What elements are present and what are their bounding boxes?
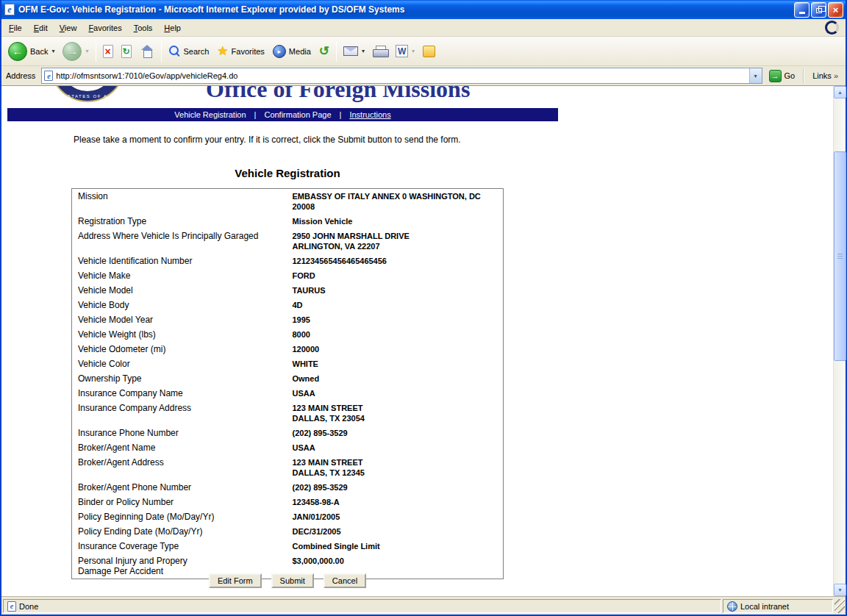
links-label: Links [812, 71, 832, 80]
field-value: Owned [293, 371, 504, 386]
history-button[interactable]: ↺ [315, 43, 333, 60]
menu-view[interactable]: View [54, 20, 83, 35]
confirm-message: Please take a moment to confirm your ent… [74, 135, 461, 145]
address-field[interactable]: e ▾ [41, 68, 762, 84]
page-nav-bar: Vehicle Registration | Confirmation Page… [7, 108, 558, 121]
toolbar-separator [161, 41, 162, 62]
nav-separator: | [254, 110, 257, 119]
media-icon: ▸ [273, 45, 286, 58]
edit-with-word-button[interactable]: W ▾ [392, 43, 418, 60]
field-value: USAA [293, 386, 504, 401]
word-icon: W [396, 45, 408, 57]
menu-bar: File Edit View Favorites Tools Help [1, 19, 846, 37]
menu-file[interactable]: File [3, 20, 28, 35]
favorites-label: Favorites [232, 47, 265, 56]
field-label: Binder or Policy Number [72, 495, 293, 509]
print-icon [373, 46, 387, 57]
field-label: Vehicle Weight (lbs) [72, 327, 293, 342]
history-icon: ↺ [319, 45, 329, 57]
field-row: Vehicle Model TAURUS [72, 283, 504, 298]
submit-button[interactable]: Submit [271, 573, 314, 588]
forward-button[interactable]: → ▾ [59, 40, 92, 63]
field-value: Combined Single Limit [293, 539, 504, 554]
field-row: Insurance Company Address 123 MAIN STREE… [72, 401, 504, 426]
status-panel: e Done [3, 599, 721, 613]
print-button[interactable] [369, 43, 391, 59]
edit-form-button[interactable]: Edit Form [209, 573, 262, 588]
field-label: Broker/Agent Address [72, 455, 293, 480]
field-row: Insurance Coverage Type Combined Single … [72, 539, 504, 554]
scrollbar-thumb[interactable] [834, 151, 846, 361]
seal-text: STATES OF A [51, 94, 124, 99]
field-value: TAURUS [293, 283, 504, 298]
field-row: Ownership Type Owned [72, 371, 504, 386]
field-label: Policy Beginning Date (Mo/Day/Yr) [72, 509, 293, 524]
field-value: 4D [293, 298, 504, 312]
search-button[interactable]: Search [165, 43, 213, 60]
address-dropdown-button[interactable]: ▾ [749, 68, 762, 83]
toolbar-separator [336, 41, 337, 62]
messenger-button[interactable] [419, 43, 439, 60]
cancel-button[interactable]: Cancel [324, 573, 366, 588]
field-value: 1995 [293, 312, 504, 327]
scroll-up-button[interactable]: ▲ [834, 86, 846, 99]
minimize-icon [799, 12, 805, 14]
resize-grip[interactable] [835, 599, 845, 613]
field-row: Vehicle Make FORD [72, 268, 504, 283]
field-label: Mission [72, 189, 293, 215]
menu-help[interactable]: Help [158, 20, 187, 35]
field-row: Broker/Agent Name USAA [72, 440, 504, 455]
fields-body: Mission EMBASSY OF ITALY ANNEX 0 WASHING… [72, 189, 504, 579]
nav-instructions-link[interactable]: Instructions [349, 110, 390, 119]
back-dropdown-icon[interactable]: ▾ [51, 48, 54, 54]
back-label: Back [30, 47, 48, 56]
mail-dropdown-icon[interactable]: ▾ [362, 48, 365, 54]
menu-edit[interactable]: Edit [28, 20, 54, 35]
title-bar: e OFM E-Gov: Vehicle Registration - Micr… [1, 0, 846, 19]
nav-vehicle-registration[interactable]: Vehicle Registration [174, 110, 246, 119]
field-label: Vehicle Identification Number [72, 254, 293, 268]
nav-confirmation-page[interactable]: Confirmation Page [264, 110, 331, 119]
field-value: FORD [293, 268, 504, 283]
refresh-button[interactable]: ↻ [118, 43, 135, 60]
field-label: Insurance Company Address [72, 401, 293, 426]
address-label: Address [3, 71, 38, 80]
links-menu[interactable]: Links » [809, 71, 844, 80]
edit-dropdown-icon: ▾ [412, 48, 415, 54]
site-title: Office of Foreign Missions [206, 86, 470, 103]
stop-button[interactable]: × [99, 43, 117, 60]
stop-icon: × [103, 45, 113, 58]
field-row: Broker/Agent Address 123 MAIN STREET DAL… [72, 455, 504, 480]
status-bar: e Done Local intranet [1, 596, 846, 615]
mail-button[interactable]: ▾ [340, 44, 368, 58]
field-label: Broker/Agent Name [72, 440, 293, 455]
favorites-button[interactable]: ★ Favorites [213, 43, 268, 60]
media-button[interactable]: ▸ Media [269, 43, 315, 60]
field-row: Vehicle Body 4D [72, 298, 504, 312]
go-button[interactable]: → Go [765, 69, 799, 83]
field-value: EMBASSY OF ITALY ANNEX 0 WASHINGTON, DC … [293, 189, 504, 215]
field-label: Broker/Agent Phone Number [72, 480, 293, 495]
field-label: Vehicle Model [72, 283, 293, 298]
field-value: USAA [293, 440, 504, 455]
vertical-scrollbar[interactable]: ▲ ▼ [833, 86, 846, 596]
field-value: JAN/01/2005 [293, 509, 504, 524]
address-input[interactable] [56, 69, 746, 82]
restore-button[interactable] [811, 2, 826, 18]
minimize-button[interactable] [794, 2, 810, 18]
close-button[interactable]: × [828, 2, 843, 18]
page-content: STATES OF A Office of Foreign Missions V… [1, 86, 833, 596]
menu-favorites[interactable]: Favorites [82, 20, 127, 35]
status-page-icon: e [7, 601, 16, 612]
back-button[interactable]: ← Back ▾ [4, 40, 58, 63]
address-bar: Address e ▾ → Go Links » [1, 66, 846, 85]
scroll-down-button[interactable]: ▼ [834, 584, 846, 596]
field-label: Insurance Phone Number [72, 426, 293, 440]
home-button[interactable] [136, 43, 158, 60]
mail-icon [343, 46, 358, 56]
field-label: Insurance Company Name [72, 386, 293, 401]
menu-tools[interactable]: Tools [128, 20, 159, 35]
field-row: Policy Beginning Date (Mo/Day/Yr) JAN/01… [72, 509, 504, 524]
favorites-icon: ★ [217, 45, 228, 57]
field-value: Mission Vehicle [293, 214, 504, 229]
